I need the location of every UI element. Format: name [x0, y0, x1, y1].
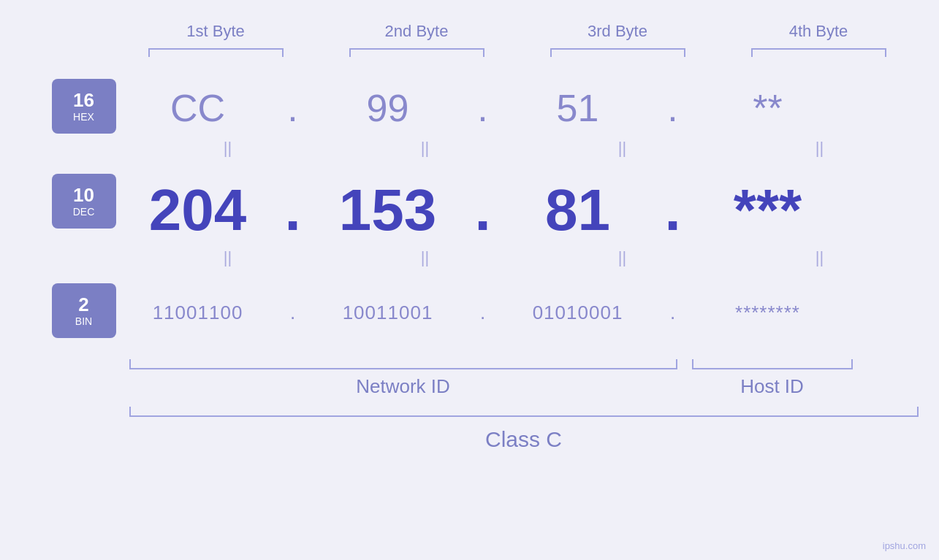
dec-dot1: .	[271, 177, 315, 244]
eq2-byte1: ||	[155, 248, 301, 267]
eq2-byte4: ||	[747, 248, 893, 267]
dec-row: 10 DEC 204 . 153 . 81 . ***	[17, 174, 923, 247]
top-brackets	[115, 48, 919, 57]
hex-dot2: .	[461, 86, 505, 130]
bin-dot2: .	[461, 302, 505, 324]
byte-header-1: 1st Byte	[142, 22, 289, 41]
dec-byte1: 204	[125, 177, 271, 244]
eq2-byte3: ||	[550, 248, 696, 267]
hex-label: 16 HEX	[52, 79, 116, 134]
dec-dot3: .	[651, 177, 695, 244]
equals-row-2: || || || ||	[129, 247, 919, 269]
hex-byte4: **	[695, 86, 841, 130]
byte-headers: 1st Byte 2nd Byte 3rd Byte 4th Byte	[115, 22, 919, 41]
dec-label: 10 DEC	[52, 174, 116, 229]
eq1-byte4: ||	[747, 139, 893, 158]
host-bracket	[692, 359, 853, 369]
bin-byte2: 10011001	[315, 302, 461, 324]
eq1-byte1: ||	[155, 139, 301, 158]
hex-dot3: .	[651, 86, 695, 130]
hex-dot1: .	[271, 86, 315, 130]
dec-dot2: .	[461, 177, 505, 244]
main-container: 1st Byte 2nd Byte 3rd Byte 4th Byte 16 H…	[0, 0, 939, 560]
bin-byte1: 11001100	[125, 302, 271, 324]
bin-row: 2 BIN 11001100 . 10011001 . 01010001 . *…	[17, 283, 923, 342]
dec-values: 204 . 153 . 81 . ***	[125, 177, 914, 244]
hex-byte3: 51	[505, 86, 651, 130]
equals-row-1: || || || ||	[129, 137, 919, 159]
dec-byte2: 153	[315, 177, 461, 244]
bin-label: 2 BIN	[52, 283, 116, 338]
class-c-bracket	[129, 407, 919, 417]
bin-byte3: 01010001	[505, 302, 651, 324]
dec-byte4: ***	[695, 177, 841, 244]
class-c-bracket-row	[129, 407, 919, 421]
network-bracket	[129, 359, 677, 369]
class-c-label: Class C	[129, 427, 919, 452]
bin-values: 11001100 . 10011001 . 01010001 . *******…	[125, 302, 914, 324]
bracket-byte2	[349, 48, 484, 57]
host-id-label: Host ID	[692, 375, 853, 398]
bracket-byte4	[751, 48, 886, 57]
eq1-byte3: ||	[550, 139, 696, 158]
eq2-byte2: ||	[352, 248, 498, 267]
bottom-brackets	[129, 348, 919, 369]
eq1-byte2: ||	[352, 139, 498, 158]
byte-header-4: 4th Byte	[745, 22, 892, 41]
hex-row: 16 HEX CC . 99 . 51 . **	[17, 79, 923, 137]
byte-header-3: 3rd Byte	[544, 22, 691, 41]
bin-byte4: ********	[695, 302, 841, 324]
watermark: ipshu.com	[883, 540, 926, 551]
bin-dot1: .	[271, 302, 315, 324]
dec-byte3: 81	[505, 177, 651, 244]
bracket-byte1	[148, 48, 284, 57]
hex-byte2: 99	[315, 86, 461, 130]
bracket-byte3	[550, 48, 685, 57]
id-labels: Network ID Host ID	[129, 375, 919, 398]
network-id-label: Network ID	[129, 375, 677, 398]
bin-dot3: .	[651, 302, 695, 324]
hex-byte1: CC	[125, 86, 271, 130]
hex-values: CC . 99 . 51 . **	[125, 86, 914, 130]
byte-header-2: 2nd Byte	[343, 22, 490, 41]
